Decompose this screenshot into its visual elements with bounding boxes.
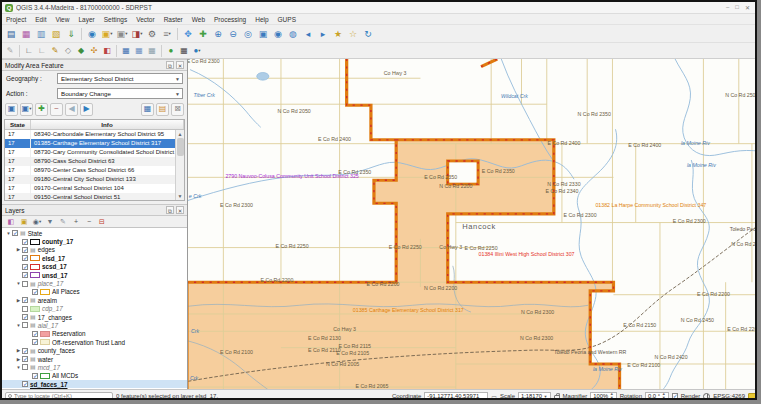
layer-item-edges[interactable]: ▶✓▤edges <box>2 246 187 254</box>
expand-arrow-icon[interactable]: ▶ <box>15 247 22 252</box>
layer-visibility-checkbox[interactable]: ✓ <box>22 381 28 387</box>
scrollbar-thumb[interactable] <box>177 138 184 156</box>
layer-item-reservation[interactable]: ✓Reservation <box>2 330 187 338</box>
table-row[interactable]: 1709170-Central School District 104 <box>5 184 184 193</box>
crs-globe-icon[interactable] <box>703 393 710 400</box>
refresh-map-icon[interactable]: ↻ <box>361 27 375 41</box>
layer-visibility-checkbox[interactable] <box>22 322 28 328</box>
options-gear-icon[interactable]: ⚙ <box>145 27 159 41</box>
zoom-full-icon[interactable]: ▣ <box>256 27 270 41</box>
pan-to-selection-icon[interactable]: ✚ <box>196 27 210 41</box>
remove-area-icon[interactable]: − <box>50 103 63 116</box>
menu-item-help[interactable]: Help <box>255 16 268 23</box>
measure-icon[interactable]: ≡▾ <box>160 27 174 41</box>
menu-item-raster[interactable]: Raster <box>164 16 183 23</box>
locator-bar[interactable] <box>5 392 113 401</box>
zoom-to-layer-icon[interactable]: ◍ <box>286 27 300 41</box>
layer-item-water[interactable]: ▶✓▤water <box>2 355 187 363</box>
extent-icon[interactable]: ▭ <box>491 393 497 400</box>
expand-arrow-icon[interactable]: ▼ <box>15 365 22 370</box>
add-group-icon[interactable]: ▣ <box>19 217 29 227</box>
layer-item-elsd-17[interactable]: ✓elsd_17 <box>2 254 187 262</box>
layer-visibility-checkbox[interactable]: ✓ <box>32 339 38 345</box>
rotation-input[interactable]: 0.0 ° ▲▼ <box>645 392 669 401</box>
table-row[interactable]: 1708340-Carbondale Elementary School Dis… <box>5 130 184 139</box>
vertex-tool-icon[interactable]: ∟ <box>23 45 35 57</box>
show-bookmarks-icon[interactable]: ☆ <box>346 27 360 41</box>
layer-visibility-checkbox[interactable]: ✓ <box>12 230 18 236</box>
expand-arrow-icon[interactable]: ▶ <box>15 357 22 362</box>
layout-manager-icon[interactable]: ▥ <box>34 27 48 41</box>
layer-visibility-checkbox[interactable]: ✓ <box>22 247 28 253</box>
locate-input[interactable] <box>14 393 110 399</box>
data-source-manager-icon[interactable]: ▧ <box>49 27 63 41</box>
layer-styling-icon[interactable]: ◧ <box>6 217 16 227</box>
scroll-down-icon[interactable]: ▼ <box>178 192 183 200</box>
layer-item-off-reservation-trust-land[interactable]: ✓Off-reservation Trust Land <box>2 338 187 346</box>
panel-float-icon[interactable]: ⧉ <box>166 61 174 69</box>
identify-features-icon[interactable]: ◉ <box>85 27 99 41</box>
zoom-in-icon[interactable]: ⊕ <box>211 27 225 41</box>
expand-arrow-icon[interactable]: ▶ <box>15 298 22 303</box>
messages-icon[interactable] <box>748 393 756 400</box>
geography-select[interactable]: Elementary School District ▼ <box>57 73 183 84</box>
attribute-table-edited-icon[interactable]: ▦ <box>146 45 158 57</box>
table-row[interactable]: 1708790-Cass School District 63 <box>5 157 184 166</box>
expand-arrow-icon[interactable]: ▶ <box>15 348 22 353</box>
map-canvas[interactable]: E Co Rd 2300Tiber CrkCo Hwy 3N Co Rd 205… <box>188 59 757 389</box>
expand-arrow-icon[interactable]: ▼ <box>15 323 22 328</box>
layer-visibility-checkbox[interactable]: ✓ <box>22 348 28 354</box>
zoom-last-icon[interactable]: ◂ <box>301 27 315 41</box>
layer-item-unsd-17[interactable]: ✓unsd_17 <box>2 271 187 279</box>
layer-visibility-checkbox[interactable]: ✓ <box>22 255 28 261</box>
layer-item-county-17[interactable]: ✓county_17 <box>2 237 187 245</box>
expand-arrow-icon[interactable]: ▼ <box>5 231 12 236</box>
action-select[interactable]: Boundary Change ▼ <box>57 88 183 99</box>
layer-visibility-checkbox[interactable]: ✓ <box>22 272 28 278</box>
add-area-icon[interactable]: ✚ <box>35 103 48 116</box>
layer-item-all-places[interactable]: ✓All Places <box>2 288 187 296</box>
add-feature-icon[interactable]: ◇ <box>62 45 74 57</box>
coordinate-input[interactable]: -91.12771,40.53971 <box>424 392 488 401</box>
map-themes-icon[interactable]: ◉▾ <box>32 217 42 227</box>
layer-item-scsd-17[interactable]: ✓scsd_17 <box>2 263 187 271</box>
layer-visibility-checkbox[interactable] <box>22 364 28 370</box>
render-checkbox[interactable]: ✓ <box>672 393 678 399</box>
vertex-tool-layer-icon[interactable]: ∟ <box>36 45 48 57</box>
world-green-icon[interactable]: ● <box>165 45 177 57</box>
next-icon[interactable]: ▶ <box>80 103 93 116</box>
node-editor-icon[interactable]: ◧ <box>101 45 113 57</box>
menu-item-view[interactable]: View <box>55 16 69 23</box>
menu-item-vector[interactable]: Vector <box>136 16 154 23</box>
layer-visibility-checkbox[interactable]: ✓ <box>22 264 28 270</box>
layer-item-mcd-17[interactable]: ▼▤mcd_17 <box>2 363 187 371</box>
layer-visibility-checkbox[interactable]: ✓ <box>22 297 28 303</box>
zoom-out-icon[interactable]: ⊖ <box>226 27 240 41</box>
grid-dark-icon[interactable]: ▦ <box>178 45 190 57</box>
world-settings-icon[interactable]: ●▾ <box>191 45 203 57</box>
expand-arrow-icon[interactable]: ▼ <box>15 281 22 286</box>
remove-layer-icon[interactable]: ⊟ <box>97 217 107 227</box>
collapse-all-icon[interactable]: − <box>84 217 94 227</box>
menu-item-project[interactable]: Project <box>6 16 26 23</box>
table-row[interactable]: 1708970-Center Cass School District 66 <box>5 166 184 175</box>
current-edits-icon[interactable]: ✎ <box>4 45 16 57</box>
table-row[interactable]: 1709180-Central City School District 133 <box>5 175 184 184</box>
filter-legend-icon[interactable]: ▼ <box>45 217 55 227</box>
panel-float-icon[interactable]: ⧉ <box>166 206 174 214</box>
attribute-table-icon[interactable]: ▦ <box>141 103 154 116</box>
zoom-to-selection-icon[interactable]: ◉ <box>271 27 285 41</box>
menu-item-processing[interactable]: Processing <box>214 16 246 23</box>
menu-item-web[interactable]: Web <box>192 16 205 23</box>
open-attribute-table-icon[interactable]: ▦ <box>120 45 132 57</box>
table-row[interactable]: 1709150-Central School District 51 <box>5 193 184 200</box>
table-row[interactable]: 1708730-Cary Community Consolidated Scho… <box>5 148 184 157</box>
scale-select[interactable]: 1:18170 ▼ <box>518 392 551 401</box>
select-by-form-icon[interactable]: ◨▾ <box>130 27 144 41</box>
column-header-info[interactable]: Info <box>31 120 184 129</box>
close-button[interactable]: ✕ <box>745 4 750 11</box>
expand-all-icon[interactable]: + <box>71 217 81 227</box>
magnifier-input[interactable]: 100% ▲▼ <box>590 392 616 401</box>
layer-item-county-faces[interactable]: ▶✓▤county_faces <box>2 346 187 354</box>
layer-visibility-checkbox[interactable]: ✓ <box>22 239 28 245</box>
